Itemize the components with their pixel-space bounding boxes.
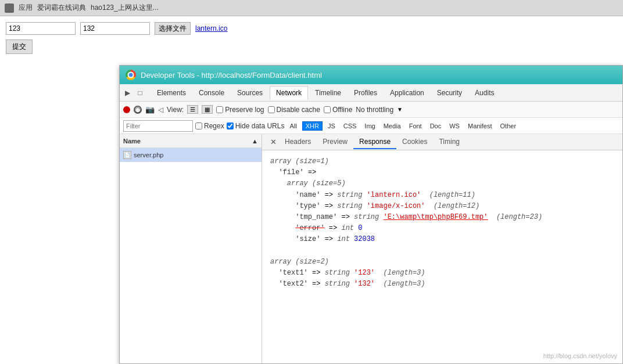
- code-line-3: array (size=5): [270, 178, 614, 189]
- filter-js-btn[interactable]: JS: [325, 122, 338, 130]
- content-area: Name ▲ 📄 server.php ✕ Headers Preview Re…: [120, 134, 622, 363]
- network-list-body: 📄 server.php: [120, 148, 262, 363]
- tab-application[interactable]: Application: [384, 87, 430, 99]
- devtools-icon-group: ▶ □: [122, 88, 145, 98]
- sub-tab-headers[interactable]: Headers: [279, 135, 317, 149]
- devtools-title: Developer Tools - http://localhost/FormD…: [141, 71, 322, 80]
- tab-security[interactable]: Security: [431, 87, 468, 99]
- regex-checkbox[interactable]: [195, 122, 202, 129]
- view-label: View:: [167, 106, 184, 114]
- tab-profiles[interactable]: Profiles: [348, 87, 383, 99]
- sort-icon[interactable]: ▲: [252, 138, 258, 145]
- code-line-2: 'file' =>: [270, 167, 614, 178]
- submit-button[interactable]: 提交: [6, 39, 33, 54]
- throttle-dropdown[interactable]: ▼: [397, 106, 403, 113]
- nav-hao123[interactable]: hao123_上网从这里...: [91, 3, 159, 13]
- sub-tabs: ✕ Headers Preview Response Cookies Timin…: [262, 134, 622, 150]
- filter-ws-btn[interactable]: WS: [446, 122, 463, 130]
- code-line-4: 'name' => string 'lantern.ico' (length=1…: [270, 190, 614, 201]
- disable-cache-check[interactable]: Disable cache: [268, 106, 320, 114]
- tab-timeline[interactable]: Timeline: [309, 87, 347, 99]
- network-list: Name ▲ 📄 server.php: [120, 134, 262, 363]
- filter-media-btn[interactable]: Media: [381, 122, 404, 130]
- chrome-icon: [126, 70, 136, 80]
- camera-icon[interactable]: 📷: [145, 105, 155, 114]
- code-line-empty: [270, 246, 614, 257]
- code-line-11: 'text2' => string '132' (length=3): [270, 279, 614, 290]
- preserve-log-label: Preserve log: [225, 106, 264, 114]
- filter-xhr-btn[interactable]: XHR: [302, 121, 323, 131]
- text-input-2[interactable]: [80, 22, 150, 35]
- preserve-log-check[interactable]: Preserve log: [216, 106, 264, 114]
- offline-checkbox[interactable]: [324, 106, 331, 113]
- regex-check[interactable]: Regex: [195, 122, 224, 130]
- offline-label: Offline: [332, 106, 352, 114]
- filter-doc-btn[interactable]: Doc: [427, 122, 445, 130]
- tab-elements[interactable]: Elements: [151, 87, 192, 99]
- network-item-server-php[interactable]: 📄 server.php: [120, 148, 262, 162]
- devtools-main-tabs: ▶ □ Elements Console Sources Network Tim…: [120, 84, 622, 102]
- inspector-icon[interactable]: □: [135, 88, 145, 98]
- file-icon: 📄: [123, 151, 131, 159]
- filter-input[interactable]: [123, 120, 193, 132]
- close-button[interactable]: ✕: [268, 138, 279, 146]
- code-line-7: 'error' => int 0: [270, 223, 614, 234]
- stop-button[interactable]: ◯: [134, 106, 142, 114]
- filter-font-btn[interactable]: Font: [406, 122, 425, 130]
- sub-tab-timing[interactable]: Timing: [433, 135, 466, 149]
- response-content: array (size=1) 'file' => array (size=5) …: [262, 150, 622, 363]
- watermark: http://blog.csdn.net/yolovy: [543, 352, 617, 359]
- cursor-icon[interactable]: ▶: [122, 88, 133, 98]
- tab-sources[interactable]: Sources: [231, 87, 268, 99]
- filter-all-btn[interactable]: All: [287, 122, 299, 130]
- file-button[interactable]: 选择文件: [155, 22, 191, 35]
- tab-network[interactable]: Network: [270, 86, 308, 100]
- disable-cache-label: Disable cache: [277, 106, 320, 114]
- apps-icon[interactable]: [5, 3, 14, 13]
- throttle-label: No throttling: [356, 106, 393, 114]
- right-panel: ✕ Headers Preview Response Cookies Timin…: [262, 134, 622, 363]
- sub-tab-cookies[interactable]: Cookies: [396, 135, 433, 149]
- filter-row: Regex Hide data URLs All XHR JS CSS Img …: [120, 118, 622, 134]
- code-line-1: array (size=1): [270, 156, 614, 167]
- filter-css-btn[interactable]: CSS: [341, 122, 360, 130]
- filter-icon[interactable]: ◁: [158, 106, 163, 114]
- offline-check[interactable]: Offline: [324, 106, 352, 114]
- form-row-1: 选择文件 lantern.ico: [6, 22, 617, 35]
- regex-label: Regex: [204, 122, 224, 130]
- hide-data-urls-checkbox[interactable]: [227, 122, 234, 129]
- devtools-titlebar: Developer Tools - http://localhost/FormD…: [120, 66, 622, 84]
- record-button[interactable]: [123, 106, 130, 113]
- sub-tab-preview[interactable]: Preview: [317, 135, 353, 149]
- code-line-8: 'size' => int 32038: [270, 234, 614, 245]
- filter-other-btn[interactable]: Other: [497, 122, 520, 130]
- name-column-header: Name: [123, 138, 252, 145]
- code-line-6: 'tmp_name' => string 'E:\wamp\tmp\phpBF6…: [270, 212, 614, 223]
- form-row-2: 提交: [6, 39, 617, 54]
- nav-dict[interactable]: 爱词霸在线词典: [37, 3, 86, 13]
- code-line-5: 'type' => string 'image/x-icon' (length=…: [270, 201, 614, 212]
- sub-tab-response[interactable]: Response: [353, 135, 396, 149]
- network-item-label: server.php: [134, 152, 163, 158]
- network-toolbar: ◯ 📷 ◁ View: ☰ ▦ Preserve log Disable cac…: [120, 102, 622, 118]
- devtools-panel: Developer Tools - http://localhost/FormD…: [119, 65, 623, 364]
- hide-data-urls-label: Hide data URLs: [235, 122, 285, 130]
- network-list-header: Name ▲: [120, 134, 262, 148]
- filter-manifest-btn[interactable]: Manifest: [465, 122, 495, 130]
- hide-data-urls-check[interactable]: Hide data URLs: [227, 122, 285, 130]
- code-line-10: 'text1' => string '123' (length=3): [270, 268, 614, 279]
- view-list-btn[interactable]: ☰: [187, 105, 198, 114]
- preserve-log-checkbox[interactable]: [216, 106, 223, 113]
- disable-cache-checkbox[interactable]: [268, 106, 275, 113]
- text-input-1[interactable]: [6, 22, 76, 35]
- filter-img-btn[interactable]: Img: [361, 122, 378, 130]
- tab-audits[interactable]: Audits: [469, 87, 500, 99]
- tab-console[interactable]: Console: [193, 87, 230, 99]
- view-grid-btn[interactable]: ▦: [202, 105, 213, 114]
- file-name-label: lantern.ico: [195, 24, 227, 33]
- nav-apps[interactable]: 应用: [19, 3, 33, 13]
- browser-toolbar: 应用 爱词霸在线词典 hao123_上网从这里...: [0, 0, 623, 16]
- code-line-9: array (size=2): [270, 257, 614, 268]
